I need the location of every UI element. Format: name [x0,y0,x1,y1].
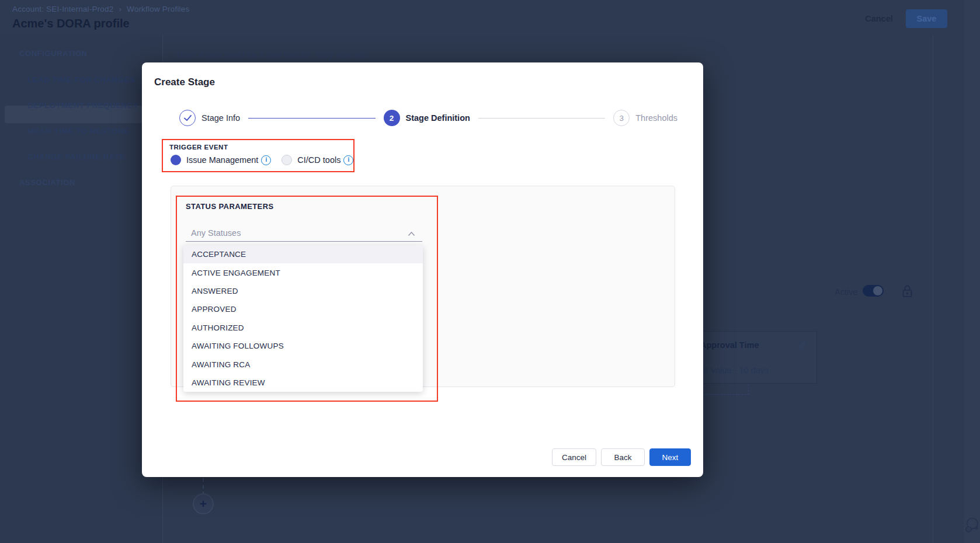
modal-footer: Cancel Back Next [552,448,691,466]
status-select[interactable]: Any Statuses [186,227,422,242]
status-option[interactable]: APPROVED [183,300,423,318]
status-dropdown: ACCEPTANCE ACTIVE ENGAGEMENT ANSWERED AP… [183,245,423,392]
radio-cicd-tools-label[interactable]: CI/CD tools [297,155,340,165]
header-save-button[interactable]: Save [906,9,947,28]
step3-label[interactable]: Thresholds [635,113,677,123]
sidebar-section-association[interactable]: ASSOCIATION [19,178,75,187]
step2-circle[interactable]: 2 [384,110,400,126]
help-chat-icon[interactable] [964,516,980,535]
page-title: Acme's DORA profile [12,17,130,30]
scrollbar-track[interactable] [964,0,980,543]
stepper: Stage Info 2 Stage Definition 3 Threshol… [179,110,677,126]
create-stage-modal: Create Stage Stage Info 2 Stage Definiti… [142,62,703,477]
trigger-event-options: Issue Management i CI/CD tools i [171,154,353,166]
step2-label[interactable]: Stage Definition [406,113,470,123]
plus-icon: + [200,497,207,510]
header-cancel-button[interactable]: Cancel [857,9,901,28]
trigger-event-heading: TRIGGER EVENT [169,144,228,151]
modal-cancel-button[interactable]: Cancel [552,448,596,466]
lock-icon [902,284,913,298]
add-stage-button[interactable]: + [193,493,214,514]
status-option[interactable]: ANSWERED [183,282,423,300]
info-icon[interactable]: i [343,155,353,165]
status-option[interactable]: AWAITING REVIEW [183,374,423,392]
note-text: Note: A task could be a new feature, sto… [177,50,369,60]
active-toggle-label: Active [835,287,858,297]
app-window: Account: SEI-Internal-Prod2›Workflow Pro… [0,0,980,543]
radio-issue-management[interactable] [171,155,181,165]
modal-back-button[interactable]: Back [601,448,645,466]
step-connector-todo [478,118,605,119]
chevron-up-icon[interactable] [408,231,415,236]
toggle-knob [873,286,882,295]
step1-label[interactable]: Stage Info [201,113,240,123]
sidebar-section-configuration: CONFIGURATION [19,49,88,58]
sidebar-item-change-failure-rate[interactable]: CHANGE FAILURE RATE [27,152,125,161]
status-option[interactable]: AWAITING FOLLOWUPS [183,337,423,355]
step1-circle[interactable] [179,110,196,126]
info-icon[interactable]: i [261,155,271,165]
status-option[interactable]: ACCEPTANCE [183,245,423,263]
check-icon [183,114,192,121]
status-parameters-heading: STATUS PARAMETERS [186,202,274,211]
breadcrumb-account[interactable]: Account: SEI-Internal-Prod2 [12,5,113,13]
radio-issue-management-label[interactable]: Issue Management [186,155,258,165]
content-divider [933,35,933,543]
sidebar: CONFIGURATION LEAD TIME FOR CHANGES DEPL… [0,35,163,543]
status-option[interactable]: AUTHORIZED [183,319,423,337]
radio-cicd-tools[interactable] [282,155,292,165]
status-option[interactable]: ACTIVE ENGAGEMENT [183,263,423,281]
status-select-placeholder: Any Statuses [191,228,241,238]
sidebar-item-lead-time-for-changes[interactable]: LEAD TIME FOR CHANGES [27,75,135,84]
modal-title: Create Stage [154,76,215,88]
active-toggle[interactable] [863,285,884,297]
sidebar-item-mean-time-to-restore[interactable]: MEAN TIME TO RESTORE [27,127,130,135]
approval-time-title: Approval Time [700,340,759,350]
breadcrumb-chevron-icon: › [119,5,121,13]
edit-pencil-icon[interactable] [798,340,808,350]
modal-next-button[interactable]: Next [649,448,691,466]
breadcrumb: Account: SEI-Internal-Prod2›Workflow Pro… [12,5,189,13]
step3-circle[interactable]: 3 [613,110,630,126]
status-option[interactable]: AWAITING RCA [183,355,423,373]
sidebar-item-deployment-frequency[interactable]: DEPLOYMENT FREQUENCY [27,101,138,110]
step-connector-done [248,118,375,119]
breadcrumb-workflow-profiles[interactable]: Workflow Profiles [127,5,189,13]
